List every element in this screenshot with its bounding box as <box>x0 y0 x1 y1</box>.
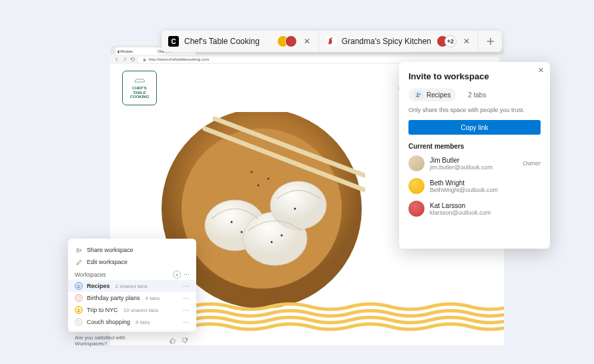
member-name: Kat Larsson <box>430 202 541 209</box>
svg-rect-0 <box>143 59 146 61</box>
workspace-name: Recipes <box>426 91 451 99</box>
workspace-people-icon <box>414 90 423 99</box>
workspace-menu: Share workspace Edit workspace Workspace… <box>68 239 196 332</box>
share-workspace-item[interactable]: Share workspace <box>68 244 196 256</box>
favicon-icon <box>326 36 336 47</box>
edit-workspace-item[interactable]: Edit workspace <box>68 256 196 268</box>
more-icon[interactable]: ⋯ <box>183 283 190 290</box>
member-email: BethWright@outlook.com <box>430 187 541 193</box>
site-logo[interactable]: CHEF'STABLECOOKING <box>122 71 157 105</box>
tab-count: 2 tabs <box>468 91 486 99</box>
member-email: klarsson@outlook.com <box>430 209 541 216</box>
invite-title: Invite to workspace <box>408 71 541 81</box>
tab-title: Chef's Table Cooking <box>184 37 272 46</box>
lock-icon <box>142 57 147 62</box>
presence-overflow-badge: +2 <box>444 35 457 47</box>
member-role: Owner <box>523 160 541 167</box>
svg-point-8 <box>271 241 273 243</box>
workspace-item-couch[interactable]: Couch shopping 8 tabs ⋯ <box>68 316 196 328</box>
svg-point-19 <box>79 249 81 251</box>
refresh-icon[interactable] <box>130 57 135 62</box>
tab-grandmas-kitchen[interactable]: Grandma's Spicy Kitchen +2 ✕ <box>319 31 478 52</box>
svg-point-20 <box>77 285 79 286</box>
more-icon[interactable]: ⋯ <box>183 295 190 302</box>
workspace-color-icon <box>75 294 83 302</box>
svg-point-9 <box>281 235 283 237</box>
member-row: Jim Butler jim.butler@outlook.com Owner <box>408 155 541 171</box>
tab-title: Grandma's Spicy Kitchen <box>342 37 431 46</box>
member-row: Beth Wright BethWright@outlook.com <box>408 178 541 194</box>
avatar <box>408 201 424 217</box>
url-text: http://www.chefstablecooking.com <box>149 57 209 61</box>
more-icon[interactable]: ⋯ <box>183 319 190 326</box>
avatar <box>408 155 424 171</box>
workspace-item-birthday[interactable]: Birthday party plans 4 tabs ⋯ <box>68 292 196 304</box>
thumbs-down-icon[interactable] <box>182 337 190 345</box>
member-email: jim.butler@outlook.com <box>430 164 517 171</box>
more-icon[interactable]: ⋯ <box>184 271 190 278</box>
svg-point-11 <box>258 185 260 187</box>
copy-link-button[interactable]: Copy link <box>408 120 541 135</box>
workspace-color-icon <box>75 306 83 314</box>
plus-icon <box>486 37 495 46</box>
svg-point-16 <box>416 93 418 95</box>
close-icon[interactable]: ✕ <box>302 37 312 46</box>
invite-panel: ✕ Invite to workspace Recipes 2 tabs Onl… <box>399 62 550 249</box>
tab-presence: +2 <box>436 35 457 47</box>
floating-tab-bar: C Chef's Table Cooking ✕ Grandma's Spicy… <box>162 31 502 52</box>
workspace-chip[interactable]: Recipes <box>408 88 456 101</box>
member-row: Kat Larsson klarsson@outlook.com <box>408 201 541 217</box>
back-icon[interactable] <box>114 57 119 62</box>
member-name: Jim Butler <box>430 157 517 164</box>
new-tab-button[interactable] <box>478 31 502 52</box>
svg-point-13 <box>251 171 253 173</box>
workspace-color-icon <box>75 318 83 326</box>
share-icon <box>75 246 83 254</box>
svg-point-5 <box>270 181 326 229</box>
feedback-row: Are you satisfied with Workspaces? <box>68 331 196 347</box>
svg-point-17 <box>419 93 420 95</box>
favicon-icon: C <box>168 36 179 47</box>
pencil-icon <box>75 258 83 266</box>
thumbs-up-icon[interactable] <box>168 337 176 345</box>
close-icon[interactable]: ✕ <box>537 66 545 74</box>
background-tab[interactable]: ◧ Recipes <box>115 47 156 55</box>
svg-point-10 <box>294 208 296 210</box>
svg-point-12 <box>268 178 270 180</box>
close-icon[interactable]: ✕ <box>462 37 471 46</box>
add-workspace-button[interactable]: + <box>173 271 181 279</box>
svg-point-6 <box>231 221 233 223</box>
svg-point-7 <box>241 231 243 233</box>
more-icon[interactable]: ⋯ <box>183 307 190 314</box>
workspaces-heading: Workspaces + ⋯ <box>68 268 196 280</box>
members-heading: Current members <box>408 143 541 150</box>
member-name: Beth Wright <box>430 179 541 187</box>
avatar <box>408 178 424 194</box>
svg-point-18 <box>77 248 79 250</box>
svg-point-21 <box>77 309 79 310</box>
workspace-color-icon <box>75 282 83 290</box>
workspace-item-recipes[interactable]: Recipes 2 shared tabs ⋯ <box>68 280 196 292</box>
tab-chefs-table[interactable]: C Chef's Table Cooking ✕ <box>162 31 319 52</box>
tab-presence <box>277 35 297 47</box>
workspace-item-trip[interactable]: Trip to NYC 10 shared tabs ⋯ <box>68 304 196 316</box>
trust-note: Only share this space with people you tr… <box>408 107 541 113</box>
forward-icon[interactable] <box>122 57 127 62</box>
